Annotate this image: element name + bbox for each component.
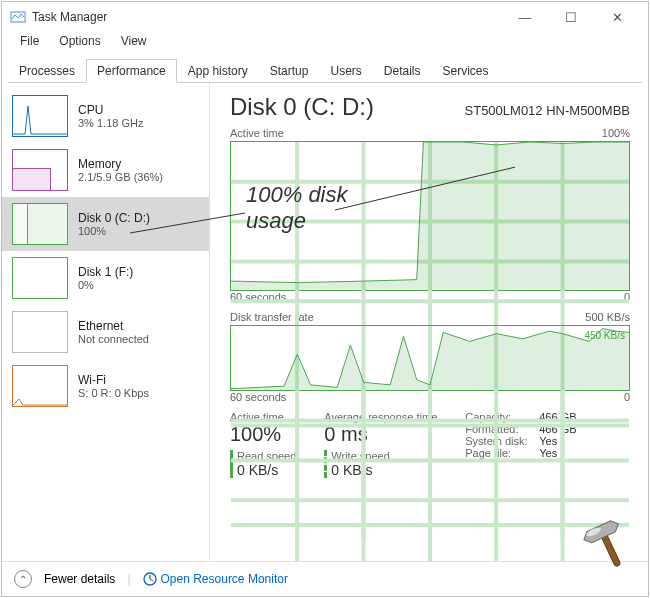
memory-sub: 2.1/5.9 GB (36%) [78, 171, 163, 183]
active-time-graph-wrap: Active time 100% 60 seconds 0 [230, 127, 630, 303]
menu-file[interactable]: File [10, 32, 49, 54]
tab-services[interactable]: Services [432, 59, 500, 83]
fewer-details-link[interactable]: Fewer details [44, 572, 115, 586]
cpu-thumb [12, 95, 68, 137]
ethernet-label: Ethernet [78, 319, 149, 333]
active-time-label: Active time [230, 127, 284, 139]
disk0-sub: 100% [78, 225, 150, 237]
performance-detail: Disk 0 (C: D:) ST500LM012 HN-M500MBB Act… [210, 83, 648, 561]
memory-label: Memory [78, 157, 163, 171]
sidebar-disk0[interactable]: Disk 0 (C: D:) 100% [2, 197, 209, 251]
memory-thumb [12, 149, 68, 191]
menubar: File Options View [2, 32, 648, 54]
ethernet-thumb [12, 311, 68, 353]
cpu-sub: 3% 1.18 GHz [78, 117, 143, 129]
task-manager-icon [10, 9, 26, 25]
tab-startup[interactable]: Startup [259, 59, 320, 83]
sidebar-memory[interactable]: Memory 2.1/5.9 GB (36%) [2, 143, 209, 197]
sidebar-disk1[interactable]: Disk 1 (F:) 0% [2, 251, 209, 305]
minimize-button[interactable]: — [502, 3, 548, 31]
titlebar: Task Manager — ☐ ✕ [2, 2, 648, 32]
transfer-graph-wrap: Disk transfer rate 500 KB/s 450 KB/s 60 … [230, 311, 630, 403]
chevron-up-icon[interactable]: ⌃ [14, 570, 32, 588]
footer: ⌃ Fewer details | Open Resource Monitor [2, 561, 648, 596]
active-time-max: 100% [602, 127, 630, 139]
menu-view[interactable]: View [111, 32, 157, 54]
disk1-sub: 0% [78, 279, 133, 291]
disk1-label: Disk 1 (F:) [78, 265, 133, 279]
tab-details[interactable]: Details [373, 59, 432, 83]
close-button[interactable]: ✕ [594, 3, 640, 31]
disk0-label: Disk 0 (C: D:) [78, 211, 150, 225]
wifi-thumb [12, 365, 68, 407]
transfer-graph: 450 KB/s [230, 325, 630, 391]
orm-label: Open Resource Monitor [161, 572, 288, 586]
window-title: Task Manager [32, 10, 502, 24]
ethernet-sub: Not connected [78, 333, 149, 345]
cpu-label: CPU [78, 103, 143, 117]
disk1-thumb [12, 257, 68, 299]
menu-options[interactable]: Options [49, 32, 110, 54]
disk-model: ST500LM012 HN-M500MBB [465, 103, 630, 118]
sidebar-wifi[interactable]: Wi-Fi S: 0 R: 0 Kbps [2, 359, 209, 413]
wifi-sub: S: 0 R: 0 Kbps [78, 387, 149, 399]
detail-title: Disk 0 (C: D:) [230, 93, 374, 121]
maximize-button[interactable]: ☐ [548, 3, 594, 31]
active-time-graph [230, 141, 630, 291]
svg-marker-15 [231, 142, 629, 290]
open-resource-monitor-link[interactable]: Open Resource Monitor [143, 572, 288, 586]
tab-processes[interactable]: Processes [8, 59, 86, 83]
task-manager-window: Task Manager — ☐ ✕ File Options View Pro… [1, 1, 649, 597]
transfer-mid-label: 450 KB/s [584, 330, 625, 341]
wifi-label: Wi-Fi [78, 373, 149, 387]
performance-sidebar: CPU 3% 1.18 GHz Memory 2.1/5.9 GB (36%) … [2, 83, 210, 561]
resource-monitor-icon [143, 572, 157, 586]
tabbar: Processes Performance App history Startu… [8, 58, 642, 83]
svg-marker-24 [231, 329, 629, 390]
sidebar-cpu[interactable]: CPU 3% 1.18 GHz [2, 89, 209, 143]
disk0-thumb [12, 203, 68, 245]
sidebar-ethernet[interactable]: Ethernet Not connected [2, 305, 209, 359]
tab-performance[interactable]: Performance [86, 59, 177, 83]
tab-users[interactable]: Users [319, 59, 372, 83]
tab-app-history[interactable]: App history [177, 59, 259, 83]
